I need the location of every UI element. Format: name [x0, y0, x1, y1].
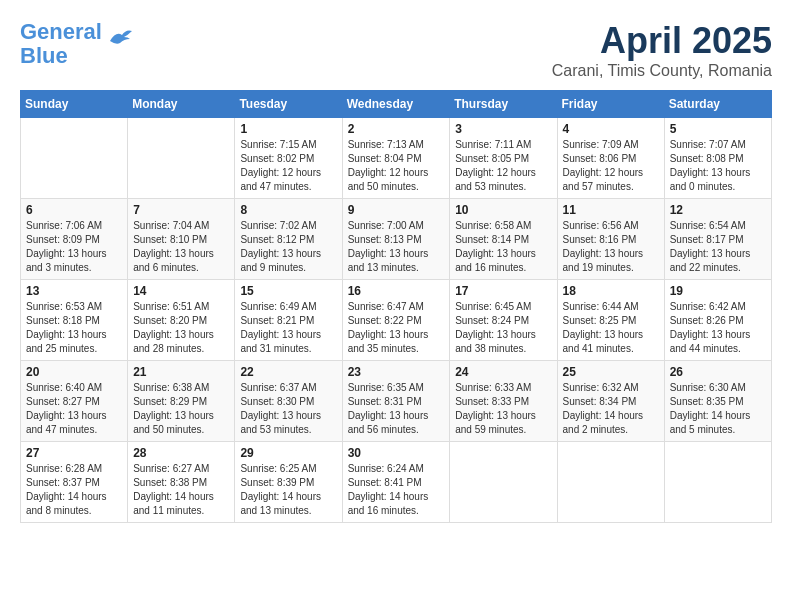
week-row-4: 20Sunrise: 6:40 AM Sunset: 8:27 PM Dayli… — [21, 361, 772, 442]
day-number: 26 — [670, 365, 766, 379]
calendar-cell: 18Sunrise: 6:44 AM Sunset: 8:25 PM Dayli… — [557, 280, 664, 361]
day-number: 24 — [455, 365, 551, 379]
day-number: 1 — [240, 122, 336, 136]
calendar-cell: 15Sunrise: 6:49 AM Sunset: 8:21 PM Dayli… — [235, 280, 342, 361]
day-info: Sunrise: 6:38 AM Sunset: 8:29 PM Dayligh… — [133, 381, 229, 437]
calendar-cell — [557, 442, 664, 523]
day-number: 5 — [670, 122, 766, 136]
day-number: 25 — [563, 365, 659, 379]
day-info: Sunrise: 6:27 AM Sunset: 8:38 PM Dayligh… — [133, 462, 229, 518]
day-info: Sunrise: 6:47 AM Sunset: 8:22 PM Dayligh… — [348, 300, 445, 356]
day-info: Sunrise: 6:24 AM Sunset: 8:41 PM Dayligh… — [348, 462, 445, 518]
logo-blue: Blue — [20, 43, 68, 68]
weekday-header-thursday: Thursday — [450, 91, 557, 118]
day-info: Sunrise: 7:06 AM Sunset: 8:09 PM Dayligh… — [26, 219, 122, 275]
day-info: Sunrise: 7:13 AM Sunset: 8:04 PM Dayligh… — [348, 138, 445, 194]
day-number: 12 — [670, 203, 766, 217]
day-number: 21 — [133, 365, 229, 379]
calendar-cell: 11Sunrise: 6:56 AM Sunset: 8:16 PM Dayli… — [557, 199, 664, 280]
weekday-header-saturday: Saturday — [664, 91, 771, 118]
day-number: 27 — [26, 446, 122, 460]
day-number: 14 — [133, 284, 229, 298]
weekday-header-monday: Monday — [128, 91, 235, 118]
day-number: 29 — [240, 446, 336, 460]
day-info: Sunrise: 6:42 AM Sunset: 8:26 PM Dayligh… — [670, 300, 766, 356]
week-row-2: 6Sunrise: 7:06 AM Sunset: 8:09 PM Daylig… — [21, 199, 772, 280]
calendar-cell: 22Sunrise: 6:37 AM Sunset: 8:30 PM Dayli… — [235, 361, 342, 442]
day-info: Sunrise: 7:11 AM Sunset: 8:05 PM Dayligh… — [455, 138, 551, 194]
day-number: 3 — [455, 122, 551, 136]
calendar-cell: 24Sunrise: 6:33 AM Sunset: 8:33 PM Dayli… — [450, 361, 557, 442]
calendar-cell: 30Sunrise: 6:24 AM Sunset: 8:41 PM Dayli… — [342, 442, 450, 523]
calendar-cell: 14Sunrise: 6:51 AM Sunset: 8:20 PM Dayli… — [128, 280, 235, 361]
calendar-cell: 19Sunrise: 6:42 AM Sunset: 8:26 PM Dayli… — [664, 280, 771, 361]
day-number: 2 — [348, 122, 445, 136]
week-row-3: 13Sunrise: 6:53 AM Sunset: 8:18 PM Dayli… — [21, 280, 772, 361]
logo-general: General — [20, 19, 102, 44]
day-info: Sunrise: 6:58 AM Sunset: 8:14 PM Dayligh… — [455, 219, 551, 275]
day-info: Sunrise: 7:09 AM Sunset: 8:06 PM Dayligh… — [563, 138, 659, 194]
calendar-cell: 6Sunrise: 7:06 AM Sunset: 8:09 PM Daylig… — [21, 199, 128, 280]
calendar-cell: 17Sunrise: 6:45 AM Sunset: 8:24 PM Dayli… — [450, 280, 557, 361]
day-info: Sunrise: 6:35 AM Sunset: 8:31 PM Dayligh… — [348, 381, 445, 437]
day-info: Sunrise: 7:00 AM Sunset: 8:13 PM Dayligh… — [348, 219, 445, 275]
calendar-cell — [450, 442, 557, 523]
calendar-cell — [21, 118, 128, 199]
calendar-cell: 2Sunrise: 7:13 AM Sunset: 8:04 PM Daylig… — [342, 118, 450, 199]
day-number: 30 — [348, 446, 445, 460]
calendar-cell — [664, 442, 771, 523]
logo-text: General Blue — [20, 20, 102, 68]
calendar-cell: 13Sunrise: 6:53 AM Sunset: 8:18 PM Dayli… — [21, 280, 128, 361]
page-header: General Blue April 2025 Carani, Timis Co… — [20, 20, 772, 80]
day-info: Sunrise: 6:54 AM Sunset: 8:17 PM Dayligh… — [670, 219, 766, 275]
calendar-cell — [128, 118, 235, 199]
weekday-header-row: SundayMondayTuesdayWednesdayThursdayFrid… — [21, 91, 772, 118]
calendar-cell: 23Sunrise: 6:35 AM Sunset: 8:31 PM Dayli… — [342, 361, 450, 442]
day-number: 4 — [563, 122, 659, 136]
title-area: April 2025 Carani, Timis County, Romania — [552, 20, 772, 80]
day-number: 16 — [348, 284, 445, 298]
weekday-header-friday: Friday — [557, 91, 664, 118]
day-info: Sunrise: 6:49 AM Sunset: 8:21 PM Dayligh… — [240, 300, 336, 356]
day-number: 13 — [26, 284, 122, 298]
day-number: 9 — [348, 203, 445, 217]
day-info: Sunrise: 7:07 AM Sunset: 8:08 PM Dayligh… — [670, 138, 766, 194]
calendar-cell: 21Sunrise: 6:38 AM Sunset: 8:29 PM Dayli… — [128, 361, 235, 442]
calendar-cell: 4Sunrise: 7:09 AM Sunset: 8:06 PM Daylig… — [557, 118, 664, 199]
calendar-cell: 5Sunrise: 7:07 AM Sunset: 8:08 PM Daylig… — [664, 118, 771, 199]
day-info: Sunrise: 6:30 AM Sunset: 8:35 PM Dayligh… — [670, 381, 766, 437]
day-number: 6 — [26, 203, 122, 217]
day-number: 20 — [26, 365, 122, 379]
weekday-header-sunday: Sunday — [21, 91, 128, 118]
location-title: Carani, Timis County, Romania — [552, 62, 772, 80]
day-info: Sunrise: 6:56 AM Sunset: 8:16 PM Dayligh… — [563, 219, 659, 275]
day-info: Sunrise: 6:51 AM Sunset: 8:20 PM Dayligh… — [133, 300, 229, 356]
day-number: 19 — [670, 284, 766, 298]
calendar-body: 1Sunrise: 7:15 AM Sunset: 8:02 PM Daylig… — [21, 118, 772, 523]
calendar-cell: 29Sunrise: 6:25 AM Sunset: 8:39 PM Dayli… — [235, 442, 342, 523]
calendar-cell: 1Sunrise: 7:15 AM Sunset: 8:02 PM Daylig… — [235, 118, 342, 199]
day-number: 11 — [563, 203, 659, 217]
calendar-cell: 8Sunrise: 7:02 AM Sunset: 8:12 PM Daylig… — [235, 199, 342, 280]
day-info: Sunrise: 6:25 AM Sunset: 8:39 PM Dayligh… — [240, 462, 336, 518]
day-number: 7 — [133, 203, 229, 217]
day-number: 15 — [240, 284, 336, 298]
day-info: Sunrise: 6:33 AM Sunset: 8:33 PM Dayligh… — [455, 381, 551, 437]
calendar-cell: 20Sunrise: 6:40 AM Sunset: 8:27 PM Dayli… — [21, 361, 128, 442]
calendar-cell: 16Sunrise: 6:47 AM Sunset: 8:22 PM Dayli… — [342, 280, 450, 361]
calendar-cell: 27Sunrise: 6:28 AM Sunset: 8:37 PM Dayli… — [21, 442, 128, 523]
day-number: 28 — [133, 446, 229, 460]
logo: General Blue — [20, 20, 134, 68]
day-info: Sunrise: 6:37 AM Sunset: 8:30 PM Dayligh… — [240, 381, 336, 437]
day-info: Sunrise: 6:40 AM Sunset: 8:27 PM Dayligh… — [26, 381, 122, 437]
week-row-1: 1Sunrise: 7:15 AM Sunset: 8:02 PM Daylig… — [21, 118, 772, 199]
calendar-cell: 7Sunrise: 7:04 AM Sunset: 8:10 PM Daylig… — [128, 199, 235, 280]
day-info: Sunrise: 6:45 AM Sunset: 8:24 PM Dayligh… — [455, 300, 551, 356]
day-number: 10 — [455, 203, 551, 217]
logo-bird-icon — [106, 27, 134, 47]
day-number: 8 — [240, 203, 336, 217]
calendar-cell: 12Sunrise: 6:54 AM Sunset: 8:17 PM Dayli… — [664, 199, 771, 280]
day-number: 17 — [455, 284, 551, 298]
day-info: Sunrise: 6:53 AM Sunset: 8:18 PM Dayligh… — [26, 300, 122, 356]
calendar-cell: 3Sunrise: 7:11 AM Sunset: 8:05 PM Daylig… — [450, 118, 557, 199]
